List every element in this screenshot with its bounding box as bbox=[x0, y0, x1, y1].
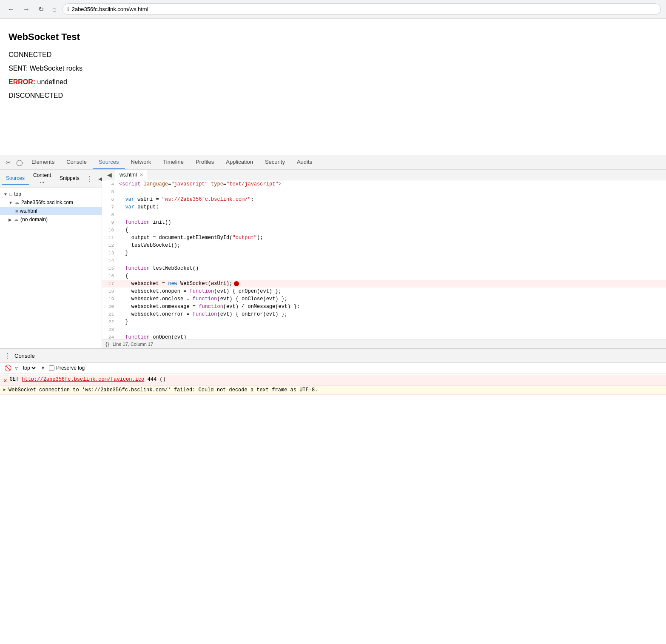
sidebar-tab-bar: Sources Content ... Snippets ⋮ ◀ bbox=[0, 170, 102, 188]
code-line-7: 7 var output; bbox=[102, 203, 666, 211]
code-panel: ◀ ws.html ✕ 4 <script language="javascri… bbox=[102, 170, 666, 348]
lock-icon: ℹ bbox=[67, 6, 69, 12]
line-num-23: 23 bbox=[102, 326, 119, 333]
address-bar[interactable]: ℹ 2abe356fc.bsclink.com/ws.html bbox=[63, 3, 661, 15]
dropdown-arrow: ▼ bbox=[40, 365, 46, 371]
sidebar-tab-snippets[interactable]: Snippets bbox=[55, 173, 84, 185]
code-file-tab-wshtml[interactable]: ws.html ✕ bbox=[115, 170, 148, 180]
browser-toolbar: ← → ↻ ⌂ ℹ 2abe356fc.bsclink.com/ws.html bbox=[0, 0, 666, 19]
inspector-icon-btn[interactable]: ✂ bbox=[3, 156, 14, 169]
console-clear-btn[interactable]: 🚫 bbox=[4, 365, 11, 371]
sidebar-more-button[interactable]: ⋮ bbox=[84, 174, 96, 184]
line-content-17: websocket = new WebSocket(wsUri); bbox=[119, 280, 239, 288]
back-button[interactable]: ← bbox=[5, 5, 17, 14]
console-area: ⋮ Console 🚫 ▿ top ▼ Preserve log ✕ GET h… bbox=[0, 348, 666, 396]
code-line-4: 4 <script language="javascript" type="te… bbox=[102, 180, 666, 188]
line-num-21: 21 bbox=[102, 311, 119, 318]
line-content-7: var output; bbox=[119, 203, 159, 211]
tab-application[interactable]: Application bbox=[220, 155, 259, 169]
tree-label-wshtml: ws.html bbox=[20, 208, 37, 214]
code-line-6: 6 var wsUri = "ws://2abe356fc.bsclink.co… bbox=[102, 196, 666, 203]
chevron-top: ▼ bbox=[3, 192, 8, 197]
line-content-15: function testWebSocket() bbox=[119, 265, 199, 272]
console-header: ⋮ Console bbox=[0, 349, 666, 363]
devtools-panel: ✂ ◯ Elements Console Sources Network Tim… bbox=[0, 155, 666, 396]
preserve-log-label[interactable]: Preserve log bbox=[49, 365, 85, 371]
devtools-tab-bar: ✂ ◯ Elements Console Sources Network Tim… bbox=[0, 155, 666, 170]
line-num-22: 22 bbox=[102, 318, 119, 326]
console-toolbar: 🚫 ▿ top ▼ Preserve log bbox=[0, 363, 666, 373]
error-label: ERROR: bbox=[9, 78, 35, 85]
line-content-9: function init() bbox=[119, 219, 171, 226]
line-content-22: } bbox=[119, 318, 128, 326]
tree-item-top[interactable]: ▼ □ top bbox=[0, 190, 102, 198]
tree-item-domain[interactable]: ▼ ☁ 2abe356fc.bsclink.com bbox=[0, 198, 102, 207]
code-editor[interactable]: 4 <script language="javascript" type="te… bbox=[102, 180, 666, 339]
line-num-7: 7 bbox=[102, 203, 119, 211]
tab-profiles[interactable]: Profiles bbox=[190, 155, 220, 169]
tree-item-nodomain[interactable]: ▶ ☁ (no domain) bbox=[0, 215, 102, 224]
status-braces: {} bbox=[105, 341, 109, 347]
line-num-9: 9 bbox=[102, 219, 119, 226]
tab-sources[interactable]: Sources bbox=[93, 155, 125, 169]
page-line-error: ERROR: undefined bbox=[9, 78, 657, 86]
device-icon-btn[interactable]: ◯ bbox=[14, 156, 26, 169]
code-file-name: ws.html bbox=[120, 172, 137, 178]
code-tab-nav-btn[interactable]: ◀ bbox=[104, 170, 115, 180]
line-num-20: 20 bbox=[102, 303, 119, 311]
line-num-14: 14 bbox=[102, 257, 119, 265]
status-position: Line 17, Column 17 bbox=[113, 342, 153, 347]
favicon-link[interactable]: http://2abe356fc.bsclink.com/favicon.ico bbox=[22, 376, 144, 382]
preserve-log-checkbox[interactable] bbox=[49, 365, 54, 371]
expand-icon[interactable]: ▶ bbox=[3, 387, 6, 392]
line-num-10: 10 bbox=[102, 226, 119, 234]
code-file-close-btn[interactable]: ✕ bbox=[139, 172, 143, 178]
line-content-19: websocket.onclose = function(evt) { onCl… bbox=[119, 295, 287, 303]
line-content-13: } bbox=[119, 249, 128, 257]
line-num-11: 11 bbox=[102, 234, 119, 242]
code-line-15: 15 function testWebSocket() bbox=[102, 265, 666, 272]
line-content-16: { bbox=[119, 272, 128, 280]
refresh-button[interactable]: ↻ bbox=[36, 4, 46, 14]
code-line-19: 19 websocket.onclose = function(evt) { o… bbox=[102, 295, 666, 303]
console-msg-text-2: WebSocket connection to 'ws://2abe356fc.… bbox=[9, 387, 663, 393]
line-num-13: 13 bbox=[102, 249, 119, 257]
page-line-connected: CONNECTED bbox=[9, 51, 657, 59]
line-num-12: 12 bbox=[102, 242, 119, 249]
cloud-icon: ☁ bbox=[14, 199, 20, 205]
console-filter-btn[interactable]: ▿ bbox=[15, 365, 18, 371]
sidebar-tab-content[interactable]: Content ... bbox=[29, 170, 55, 188]
code-line-5: 5 bbox=[102, 188, 666, 196]
folder-icon: □ bbox=[9, 191, 12, 197]
tab-console[interactable]: Console bbox=[60, 155, 93, 169]
chevron-nodomain: ▶ bbox=[9, 217, 12, 222]
tree-label-top: top bbox=[14, 191, 21, 197]
tab-security[interactable]: Security bbox=[259, 155, 291, 169]
code-line-11: 11 output = document.getElementById("out… bbox=[102, 234, 666, 242]
console-dots-button[interactable]: ⋮ bbox=[4, 352, 11, 360]
devtools-sidebar: Sources Content ... Snippets ⋮ ◀ ▼ □ top… bbox=[0, 170, 102, 348]
sidebar-tab-sources[interactable]: Sources bbox=[2, 173, 29, 185]
tree-item-wshtml[interactable]: ■ ws.html bbox=[0, 207, 102, 215]
console-context-select[interactable]: top bbox=[21, 365, 37, 371]
url-text: 2abe356fc.bsclink.com/ws.html bbox=[72, 6, 148, 12]
preserve-log-text: Preserve log bbox=[56, 365, 85, 371]
line-content-24: function onOpen(evt) bbox=[119, 333, 186, 339]
code-line-10: 10 { bbox=[102, 226, 666, 234]
chevron-domain: ▼ bbox=[9, 200, 13, 205]
tab-audits[interactable]: Audits bbox=[291, 155, 318, 169]
line-content-21: websocket.onerror = function(evt) { onEr… bbox=[119, 311, 287, 318]
page-content: WebSocket Test CONNECTED SENT: WebSocket… bbox=[0, 19, 666, 155]
tab-timeline[interactable]: Timeline bbox=[157, 155, 190, 169]
tab-network[interactable]: Network bbox=[125, 155, 157, 169]
page-line-sent: SENT: WebSocket rocks bbox=[9, 65, 657, 72]
forward-button[interactable]: → bbox=[20, 5, 32, 14]
line-content-10: { bbox=[119, 226, 128, 234]
home-button[interactable]: ⌂ bbox=[50, 5, 59, 14]
line-content-12: testWebSocket(); bbox=[119, 242, 180, 249]
console-tab-label[interactable]: Console bbox=[14, 353, 35, 359]
code-line-21: 21 websocket.onerror = function(evt) { o… bbox=[102, 311, 666, 318]
tab-elements[interactable]: Elements bbox=[26, 155, 60, 169]
cloud-icon-nodomain: ☁ bbox=[14, 217, 19, 222]
code-tab-bar: ◀ ws.html ✕ bbox=[102, 170, 666, 180]
